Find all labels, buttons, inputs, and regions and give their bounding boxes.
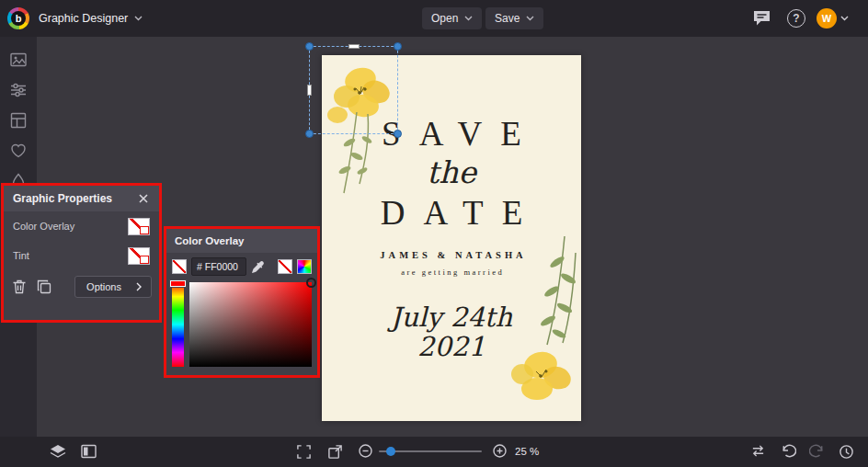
- card-tagline[interactable]: are getting married: [322, 268, 581, 277]
- delete-trash-icon[interactable]: [11, 279, 28, 295]
- card-title-the[interactable]: the: [322, 154, 581, 190]
- card-date-year[interactable]: 2021: [322, 331, 581, 362]
- zoom-in-icon[interactable]: [493, 444, 507, 458]
- zoom-out-icon[interactable]: [359, 444, 372, 458]
- panel-layout-icon[interactable]: [81, 444, 97, 459]
- resize-handle-middle-left[interactable]: [307, 85, 312, 96]
- tint-swatch[interactable]: [128, 247, 150, 265]
- chevron-down-icon: [134, 16, 143, 21]
- resize-handle-bottom-right[interactable]: [394, 130, 402, 138]
- options-label: Options: [86, 281, 121, 292]
- card-title-date[interactable]: DATE: [322, 193, 581, 233]
- logo-letter: b: [11, 11, 26, 26]
- card-names[interactable]: JAMES & NATASHA: [322, 250, 581, 260]
- edit-sliders-icon[interactable]: [10, 82, 27, 98]
- duplicate-icon[interactable]: [36, 279, 52, 295]
- zoom-slider-handle[interactable]: [386, 447, 395, 456]
- user-avatar[interactable]: W: [817, 8, 837, 28]
- panel-title: Graphic Properties: [13, 192, 112, 205]
- transform-swap-icon[interactable]: [750, 444, 766, 458]
- resize-handle-bottom-left[interactable]: [305, 130, 314, 138]
- zoom-level: 25 %: [515, 446, 539, 457]
- eyedropper-icon[interactable]: [251, 260, 265, 274]
- save-label: Save: [495, 12, 520, 25]
- resize-handle-top-center[interactable]: [348, 44, 360, 49]
- open-button[interactable]: Open: [422, 7, 482, 29]
- hex-value: # FF0000: [197, 261, 238, 272]
- top-bar: b Graphic Designer Open Save: [0, 0, 868, 37]
- fullscreen-preview-icon[interactable]: [327, 444, 343, 460]
- templates-icon[interactable]: [10, 112, 27, 129]
- app-logo[interactable]: b: [7, 7, 29, 29]
- transparent-option-swatch[interactable]: [278, 259, 292, 274]
- hex-color-input[interactable]: # FF0000: [191, 257, 246, 276]
- undo-icon[interactable]: [781, 444, 796, 459]
- help-icon[interactable]: ?: [787, 9, 805, 28]
- popup-header: Color Overlay: [166, 229, 317, 253]
- panel-header: Graphic Properties: [4, 186, 159, 211]
- fit-to-screen-icon[interactable]: [296, 444, 312, 460]
- history-icon[interactable]: [839, 444, 854, 460]
- color-overlay-swatch[interactable]: [128, 218, 150, 235]
- card-date-month[interactable]: July 24th: [322, 302, 581, 333]
- no-color-swatch[interactable]: [172, 259, 187, 274]
- selection-bounding-box[interactable]: [309, 46, 398, 134]
- graphic-properties-panel: Graphic Properties Color Overlay Tint Op…: [1, 183, 162, 323]
- hue-slider[interactable]: [172, 282, 184, 367]
- close-icon[interactable]: [137, 192, 150, 205]
- hue-slider-handle[interactable]: [170, 280, 186, 287]
- help-glyph: ?: [793, 12, 799, 25]
- app-window: b Graphic Designer Open Save: [0, 0, 868, 467]
- color-overlay-label: Color Overlay: [13, 221, 74, 232]
- panel-footer: Options: [4, 270, 159, 298]
- tint-label: Tint: [13, 250, 29, 261]
- layers-icon[interactable]: [50, 444, 66, 460]
- color-picker-handle[interactable]: [306, 278, 316, 288]
- open-label: Open: [431, 12, 458, 25]
- saturation-brightness-field[interactable]: [189, 282, 312, 367]
- avatar-initial: W: [822, 13, 831, 24]
- color-spectrum-swatch[interactable]: [297, 259, 312, 274]
- favorites-heart-icon[interactable]: [10, 142, 27, 159]
- tint-row: Tint: [4, 241, 159, 270]
- redo-icon[interactable]: [809, 444, 825, 459]
- resize-handle-top-right[interactable]: [394, 42, 402, 51]
- color-overlay-popup: Color Overlay # FF0000: [164, 226, 320, 378]
- app-menu-dropdown[interactable]: Graphic Designer: [39, 0, 143, 37]
- color-controls-row: # FF0000: [166, 253, 317, 280]
- color-picker-area: [166, 280, 317, 367]
- color-overlay-row: Color Overlay: [4, 211, 159, 241]
- popup-title: Color Overlay: [175, 235, 244, 246]
- chevron-down-icon: [464, 16, 473, 21]
- chevron-down-icon[interactable]: [840, 16, 849, 21]
- resize-handle-top-left[interactable]: [305, 42, 314, 51]
- options-button[interactable]: Options: [74, 276, 152, 298]
- app-menu-label: Graphic Designer: [39, 12, 128, 25]
- chevron-right-icon: [136, 282, 142, 291]
- image-manager-icon[interactable]: [10, 51, 27, 68]
- save-button[interactable]: Save: [485, 7, 543, 29]
- feedback-icon[interactable]: [752, 9, 771, 27]
- chevron-down-icon: [526, 16, 534, 21]
